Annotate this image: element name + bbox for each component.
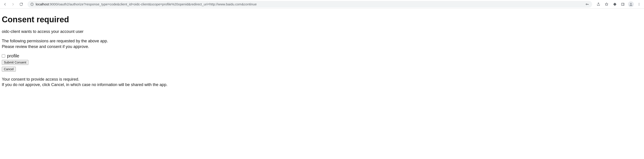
arrow-right-icon [11, 2, 15, 6]
footer-text: Your consent to provide access is requir… [2, 77, 642, 88]
arrow-left-icon [3, 2, 7, 6]
permissions-intro-line1: The following permissions are requested … [2, 39, 108, 43]
svg-point-3 [586, 3, 587, 5]
page-title: Consent required [2, 15, 642, 24]
star-icon [604, 2, 608, 6]
reload-icon [19, 2, 23, 6]
menu-button[interactable] [636, 1, 642, 7]
person-icon [629, 2, 633, 6]
footer-line1: Your consent to provide access is requir… [2, 77, 80, 82]
svg-point-12 [639, 5, 639, 5]
url-host: localhost [36, 2, 49, 6]
scope-checkbox-profile[interactable] [2, 54, 5, 58]
avatar [628, 1, 634, 7]
cancel-button[interactable]: Cancel [2, 67, 16, 72]
request-line: oidc-client wants to access your account… [2, 29, 642, 34]
extensions-button[interactable] [612, 1, 618, 7]
url-path: :9000/oauth2/authorize?response_type=cod… [49, 2, 257, 6]
site-info-icon[interactable] [30, 2, 34, 6]
toolbar-right [594, 1, 642, 7]
share-icon [596, 2, 600, 6]
svg-point-2 [32, 3, 32, 4]
panel-icon [621, 2, 625, 6]
button-row-cancel: Cancel [2, 66, 642, 73]
bookmark-button[interactable] [604, 1, 610, 7]
permissions-intro: The following permissions are requested … [2, 38, 642, 49]
sidepanel-button[interactable] [620, 1, 626, 7]
back-button[interactable] [2, 1, 8, 7]
footer-line2: If you do not approve, click Cancel, in … [2, 82, 167, 87]
nav-buttons [2, 1, 26, 7]
password-key-icon[interactable] [585, 1, 590, 7]
url-text: localhost:9000/oauth2/authorize?response… [36, 2, 583, 6]
scope-row-profile: profile [2, 53, 642, 59]
page-content: Consent required oidc-client wants to ac… [0, 8, 644, 93]
forward-button[interactable] [10, 1, 16, 7]
svg-point-9 [630, 3, 632, 4]
scope-label-profile: profile [7, 53, 19, 59]
puzzle-icon [613, 2, 617, 6]
svg-rect-7 [622, 3, 624, 5]
svg-point-11 [639, 4, 639, 4]
submit-consent-button[interactable]: Submit Consent [2, 60, 28, 65]
svg-point-10 [639, 3, 639, 3]
dots-vertical-icon [637, 2, 641, 6]
profile-button[interactable] [628, 1, 634, 7]
address-bar[interactable]: localhost:9000/oauth2/authorize?response… [28, 1, 592, 8]
button-row: Submit Consent [2, 59, 642, 66]
permissions-intro-line2: Please review these and consent if you a… [2, 44, 89, 49]
reload-button[interactable] [18, 1, 24, 7]
share-button[interactable] [595, 1, 602, 7]
browser-toolbar: localhost:9000/oauth2/authorize?response… [0, 0, 644, 8]
